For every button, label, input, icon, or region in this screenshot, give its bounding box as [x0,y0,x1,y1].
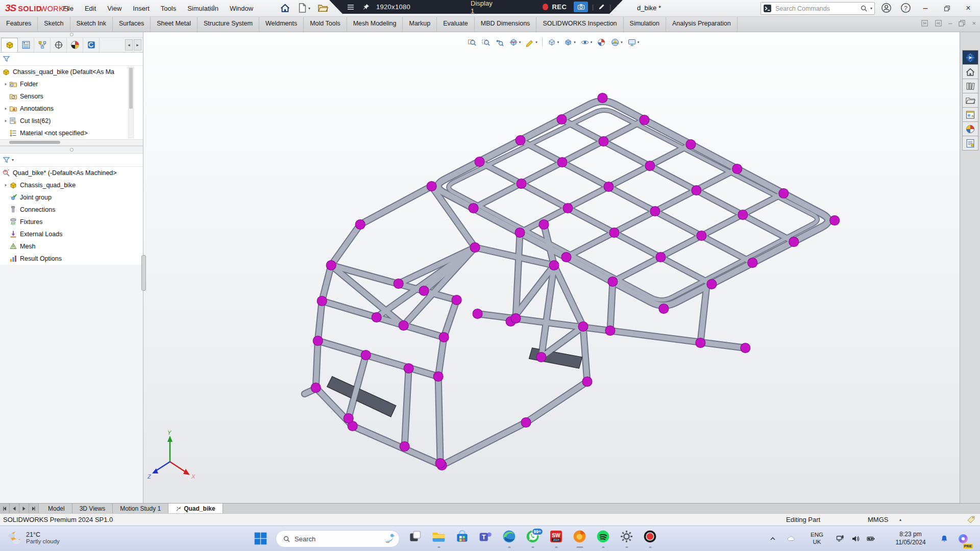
tab-nav-last-button[interactable] [29,504,39,514]
taskpane-custom-properties-button[interactable] [962,136,978,151]
taskbar-spotify-icon[interactable] [596,530,610,548]
doc-restore-icon[interactable] [958,19,966,27]
tree-filter-row-1[interactable] [0,53,143,66]
tree-item-result-options[interactable]: Result Options [0,253,143,265]
tree-item-mesh[interactable]: Mesh [0,240,143,253]
joint-sphere[interactable] [582,377,592,387]
menu-simulation[interactable]: Simulation [182,5,224,12]
joint-sphere[interactable] [741,343,750,353]
new-document-caret[interactable]: ▾ [308,6,310,17]
joint-sphere[interactable] [394,279,403,289]
search-commands-input[interactable] [774,5,857,13]
zoom-area-button[interactable] [479,36,493,48]
taskpane-file-explorer-pane-button[interactable] [962,93,978,108]
panel-grip[interactable] [0,32,143,38]
menu-tools[interactable]: Tools [155,5,182,12]
dynamic-annotation-button[interactable]: ▾ [523,36,540,48]
fm-cam-tab[interactable] [83,38,100,52]
tab-mesh-modeling[interactable]: Mesh Modeling [347,16,403,32]
taskpane-view-palette-button[interactable] [962,108,978,122]
joint-sphere[interactable] [696,338,705,348]
graphics-viewport[interactable]: ▾▾▾▾▾▾▾ Y X Z [143,32,960,503]
joint-sphere[interactable] [640,115,649,125]
tree-item-annotations[interactable]: AAnnotations [0,103,143,115]
expand-arrow-icon[interactable] [2,107,9,111]
taskpane-design-library-button[interactable] [962,79,978,93]
taskbar-task-view-icon[interactable] [408,530,422,548]
previous-view-button[interactable] [493,36,506,48]
joint-sphere[interactable] [433,372,443,382]
window-close-button[interactable]: × [960,0,977,16]
search-highlight-bird-image[interactable] [369,532,398,546]
doc-minimize-button[interactable]: – [948,19,952,27]
joint-sphere[interactable] [692,186,701,195]
dropdown-caret-icon[interactable]: ▾ [621,40,623,44]
taskbar-teams-icon[interactable]: T [479,530,493,548]
annotate-pencil-icon[interactable] [598,3,605,11]
pin-menu-icon[interactable] [208,4,217,13]
joint-sphere[interactable] [400,442,409,452]
expand-arrow-icon[interactable] [2,119,9,123]
menu-view[interactable]: View [102,5,127,12]
expand-arrow-icon[interactable] [2,183,9,187]
joint-sphere[interactable] [561,253,571,262]
tab-evaluate[interactable]: Evaluate [437,16,475,32]
joint-sphere[interactable] [326,261,336,270]
doc-tab-3d-views[interactable]: 3D Views [72,504,113,514]
taskbar-firefox-icon[interactable] [573,530,586,548]
joint-sphere[interactable] [557,158,567,167]
taskbar-settings-icon[interactable] [620,530,633,548]
tree-item-external-loads[interactable]: External Loads [0,228,143,240]
clock-widget[interactable]: 8:23 pm 11/05/2024 [888,526,933,551]
user-account-icon[interactable] [881,3,892,13]
fm-display-tab[interactable] [67,38,83,52]
joint-sphere[interactable] [452,295,461,305]
joint-sphere[interactable] [563,204,573,213]
joint-sphere[interactable] [435,459,445,468]
taskbar-whatsapp-icon[interactable]: 99+ [526,530,540,548]
tab-nav-first-button[interactable] [0,504,10,514]
joint-sphere[interactable] [608,277,618,287]
doc-tab-model[interactable]: Model [41,504,72,514]
joint-sphere[interactable] [599,137,608,146]
tree-item-cut-list-62[interactable]: Cut list(62) [0,115,143,127]
tree-vertical-scrollbar[interactable] [128,67,134,138]
filter-icon[interactable] [3,55,10,63]
collapse-left-icon[interactable] [921,19,928,27]
tree-item-connections[interactable]: Connections [0,204,143,216]
volume-icon[interactable] [851,526,860,551]
taskpane-home-button[interactable] [962,65,978,79]
tab-structure-system[interactable]: Structure System [198,16,259,32]
notifications-bell-icon[interactable] [940,526,948,551]
tab-mold-tools[interactable]: Mold Tools [304,16,347,32]
taskpane-3dexperience-button[interactable] [962,50,978,65]
weather-widget[interactable]: 21°C Partly cloudy [6,530,60,546]
tab-markup[interactable]: Markup [403,16,437,32]
joint-sphere[interactable] [732,164,742,174]
joint-sphere[interactable] [604,182,614,192]
doc-tab-quad-bike[interactable]: Quad_bike [168,504,223,514]
joint-sphere[interactable] [399,321,408,331]
tab-sheet-metal[interactable]: Sheet Metal [151,16,198,32]
dropdown-caret-icon[interactable]: ▾ [574,40,576,44]
joint-sphere[interactable] [515,228,525,238]
joint-sphere[interactable] [830,216,840,226]
fm-property-tab[interactable] [18,38,34,52]
search-icon[interactable] [860,5,868,12]
tab-nav-prev-button[interactable] [10,504,19,514]
taskbar-edge-icon[interactable] [502,530,516,548]
doc-close-button[interactable]: × [972,19,976,27]
joint-sphere[interactable] [419,286,429,296]
taskbar-microsoft-store-icon[interactable] [455,530,469,548]
tab-simulation[interactable]: Simulation [624,16,666,32]
language-indicator[interactable]: ENG UK [811,526,823,551]
joint-sphere[interactable] [355,220,365,230]
joint-sphere[interactable] [511,314,521,323]
joint-sphere[interactable] [789,237,799,247]
dropdown-caret-icon[interactable]: ▾ [638,40,640,44]
tab-features[interactable]: Features [0,16,38,32]
section-view-button[interactable]: ▾ [507,36,523,48]
tray-chevron-up-icon[interactable] [769,526,777,551]
dropdown-caret-icon[interactable]: ▾ [591,40,593,44]
joint-sphere[interactable] [738,210,748,220]
